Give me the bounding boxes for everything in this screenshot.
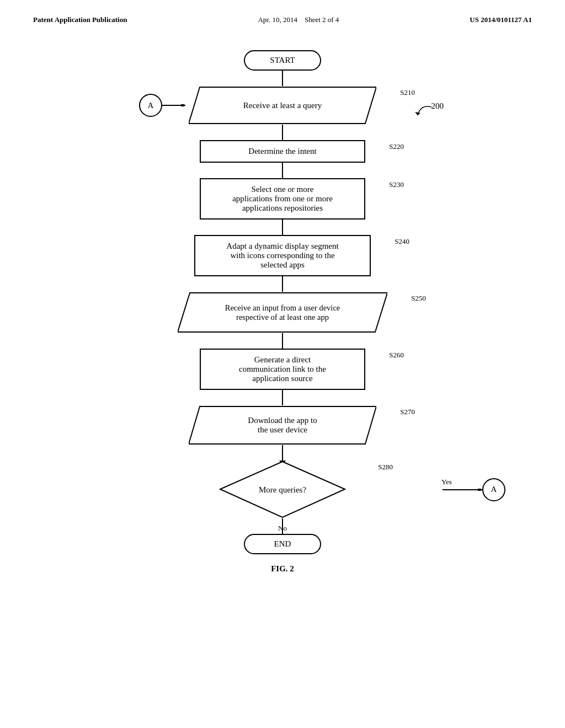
circle-connector-a-left: A (139, 94, 162, 117)
s260-text: Generate a directcommunication link to t… (239, 355, 326, 383)
s280-shape: More queries? (219, 461, 346, 518)
s250-shape: Receive an input from a user devicerespe… (178, 292, 387, 333)
circle-connector-a-right: A (482, 478, 505, 501)
s220-shape: Determine the intent (200, 140, 365, 163)
s270-label: S270 (400, 408, 415, 416)
s270-text: Download the app tothe user device (248, 416, 317, 435)
yes-label: Yes (441, 478, 452, 486)
s260-shape: Generate a directcommunication link to t… (200, 349, 365, 390)
s230-row: Select one or moreapplications from one … (200, 178, 365, 220)
s250-label: S250 (411, 294, 426, 303)
header-right: US 2014/0101127 A1 (470, 15, 532, 24)
start-terminal: START (244, 50, 321, 71)
svg-marker-3 (181, 104, 185, 106)
s210-text: Receive at least a query (243, 101, 322, 110)
s280-row: More queries? S280 Yes A (145, 461, 420, 518)
s220-text: Determine the intent (248, 147, 316, 156)
s240-shape: Adapt a dynamic display segmentwith icon… (194, 235, 371, 276)
s230-shape: Select one or moreapplications from one … (200, 178, 365, 220)
s240-text: Adapt a dynamic display segmentwith icon… (226, 242, 338, 269)
s270-shape: Download the app tothe user device (189, 405, 376, 445)
start-terminal-row: START (244, 50, 321, 71)
end-terminal-row: END (244, 534, 321, 554)
diagram-container: 200 START Receive at least a query (0, 24, 565, 574)
s280-text: More queries? (259, 485, 306, 494)
header-center: Apr. 10, 2014 Sheet 2 of 4 (258, 15, 339, 24)
s230-text: Select one or moreapplications from one … (232, 185, 333, 212)
s250-text: Receive an input from a user devicerespe… (225, 303, 340, 322)
svg-marker-8 (478, 489, 482, 491)
s240-row: Adapt a dynamic display segmentwith icon… (194, 235, 371, 276)
s210-row: Receive at least a query S210 A (189, 86, 376, 125)
header-left: Patent Application Publication (33, 15, 127, 24)
left-circle-a: A (139, 94, 162, 117)
s260-label: S260 (389, 351, 404, 360)
s210-shape: Receive at least a query (189, 86, 376, 125)
fig-label: FIG. 2 (271, 564, 294, 574)
s240-label: S240 (395, 237, 409, 246)
s220-label: S220 (389, 142, 404, 151)
s270-row: Download the app tothe user device S270 (189, 405, 376, 445)
end-terminal: END (244, 534, 321, 554)
s260-row: Generate a directcommunication link to t… (200, 349, 365, 390)
page-header: Patent Application Publication Apr. 10, … (0, 0, 565, 24)
s230-label: S230 (389, 180, 404, 189)
yes-path: Yes A (443, 489, 487, 491)
s220-row: Determine the intent S220 (200, 140, 365, 163)
s210-label: S210 (400, 88, 415, 97)
s280-label: S280 (378, 463, 393, 472)
flow-wrapper: START Receive at least a query S210 A (89, 50, 476, 574)
s250-row: Receive an input from a user devicerespe… (178, 292, 387, 333)
